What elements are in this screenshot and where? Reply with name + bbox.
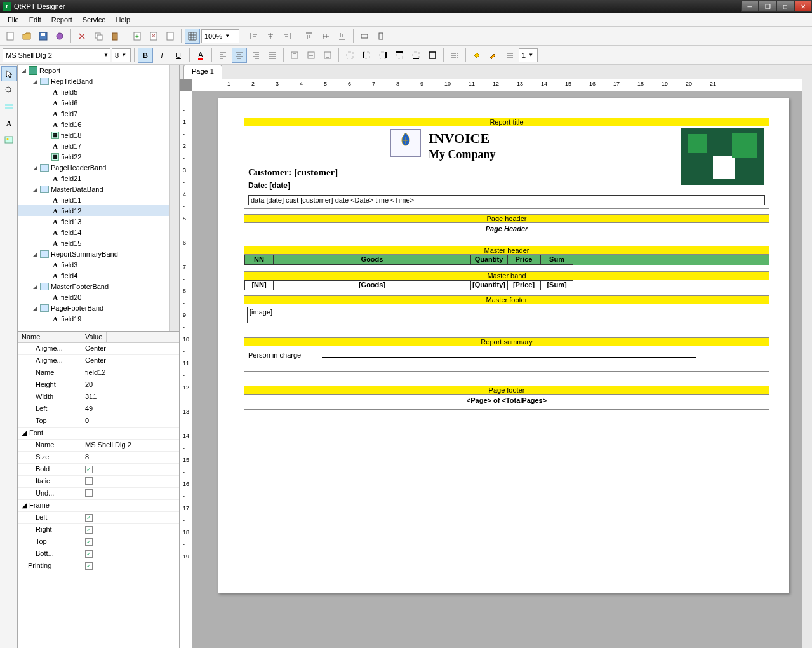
tree-item[interactable]: Afield21 <box>18 173 179 184</box>
zoom-tool[interactable] <box>1 83 17 98</box>
font-family-combo[interactable]: MS Shell Dlg 2▼ <box>3 48 110 62</box>
prop-row[interactable]: Height20 <box>18 379 179 391</box>
tree-scrollbar[interactable] <box>169 65 179 331</box>
band-page-header[interactable]: Page header Page Header <box>244 214 769 238</box>
minimize-button[interactable]: ─ <box>741 1 759 12</box>
zoom-combo[interactable]: 100%▼ <box>201 29 239 43</box>
menu-help[interactable]: Help <box>110 15 135 25</box>
col-price[interactable]: Price <box>507 255 540 265</box>
align-bottom-button[interactable] <box>335 29 350 44</box>
band-report-title[interactable]: Report title INVOICE My Company <box>244 118 769 209</box>
prop-row[interactable]: Top✓ <box>18 536 179 548</box>
prop-row[interactable]: Bott...✓ <box>18 548 179 560</box>
align-center-v-button[interactable] <box>318 29 333 44</box>
prop-row[interactable]: Left✓ <box>18 512 179 524</box>
prop-group-font[interactable]: ◢Font <box>18 428 179 440</box>
tree-item[interactable]: Afield14 <box>18 227 179 238</box>
tree-item[interactable]: ◢PageHeaderBand <box>18 162 179 173</box>
new-button[interactable] <box>3 29 18 44</box>
text-align-left-button[interactable] <box>215 48 230 63</box>
bold-button[interactable]: B <box>138 48 153 63</box>
date-field[interactable]: Date: [date] <box>248 181 290 190</box>
font-color-button[interactable]: A <box>193 48 208 63</box>
preview-button[interactable] <box>52 29 67 44</box>
prop-row[interactable]: Top0 <box>18 415 179 428</box>
prop-row[interactable]: Left49 <box>18 403 179 415</box>
cut-button[interactable] <box>74 29 90 44</box>
page-add-button[interactable]: + <box>130 29 145 44</box>
underline-button[interactable]: U <box>171 48 186 63</box>
col-nn[interactable]: NN <box>244 255 274 265</box>
prop-group-frame[interactable]: ◢Frame <box>18 500 179 512</box>
report-page[interactable]: Report title INVOICE My Company <box>218 98 789 593</box>
page-settings-button[interactable] <box>163 29 178 44</box>
band-report-summary[interactable]: Report summary Person in charge <box>244 337 769 372</box>
tree-item[interactable]: ▦field22 <box>18 151 179 162</box>
copy-button[interactable] <box>91 29 106 44</box>
valign-bottom-button[interactable] <box>320 48 335 63</box>
design-canvas[interactable]: Report title INVOICE My Company <box>192 91 802 648</box>
text-tool[interactable]: A <box>1 116 17 131</box>
save-button[interactable] <box>36 29 51 44</box>
tree-item[interactable]: Afield19 <box>18 313 179 324</box>
image-tool[interactable] <box>1 132 17 147</box>
flag-image[interactable] <box>390 129 421 157</box>
tree-item[interactable]: Afield15 <box>18 238 179 248</box>
prop-row[interactable]: NameMS Shell Dlg 2 <box>18 440 179 452</box>
band-master-data[interactable]: Master band [NN] [Goods] [Quantity] [Pri… <box>244 271 769 290</box>
border-none-button[interactable] <box>342 48 357 63</box>
prop-row[interactable]: Italic <box>18 476 179 488</box>
field-price[interactable]: [Price] <box>507 280 540 290</box>
same-height-button[interactable] <box>373 29 389 44</box>
text-align-center-button[interactable] <box>232 48 247 63</box>
grid-button[interactable] <box>185 29 200 44</box>
prop-row[interactable]: Size8 <box>18 452 179 464</box>
fill-color-button[interactable] <box>469 48 484 63</box>
menu-edit[interactable]: Edit <box>24 15 46 25</box>
valign-middle-button[interactable] <box>303 48 319 63</box>
tree-item[interactable]: Afield7 <box>18 108 179 119</box>
prop-row[interactable]: Printing✓ <box>18 560 179 572</box>
menu-report[interactable]: Report <box>46 15 77 25</box>
tree-item[interactable]: ▦field18 <box>18 130 179 140</box>
page-header-text[interactable]: Page Header <box>244 223 769 238</box>
customer-field[interactable]: Customer: [customer] <box>248 167 338 178</box>
tree-item[interactable]: Afield5 <box>18 86 179 97</box>
tree-item[interactable]: Afield11 <box>18 194 179 205</box>
col-sum[interactable]: Sum <box>540 255 573 265</box>
data-line-field[interactable]: data [date] cust [customer] date <Date> … <box>248 195 765 205</box>
font-size-combo[interactable]: 8▼ <box>112 48 131 62</box>
field-goods[interactable]: [Goods] <box>274 280 470 290</box>
text-align-justify-button[interactable] <box>265 48 280 63</box>
maximize-button[interactable]: □ <box>776 1 794 12</box>
signature-line[interactable] <box>322 357 696 358</box>
tree-item[interactable]: ◢PageFooterBand <box>18 302 179 313</box>
band-master-header[interactable]: Master header NN Goods Quantity Price Su… <box>244 246 769 265</box>
menu-service[interactable]: Service <box>77 15 111 25</box>
prop-row[interactable]: Und... <box>18 488 179 500</box>
tree-item[interactable]: ◢RepTitleBand <box>18 76 179 86</box>
same-width-button[interactable] <box>357 29 372 44</box>
tree-item[interactable]: Afield16 <box>18 119 179 130</box>
tree-item[interactable]: ◢MasterDataBand <box>18 184 179 194</box>
report-tree[interactable]: ◢Report◢RepTitleBandAfield5Afield6Afield… <box>18 65 179 332</box>
line-width-combo[interactable]: 1▼ <box>519 48 538 62</box>
border-bottom-button[interactable] <box>408 48 423 63</box>
prop-row[interactable]: Bold✓ <box>18 464 179 476</box>
band-master-footer[interactable]: Master footer [image] <box>244 295 769 327</box>
text-align-right-button[interactable] <box>248 48 263 63</box>
prop-row[interactable]: Right✓ <box>18 524 179 536</box>
page-tab-1[interactable]: Page 1 <box>183 65 222 79</box>
align-top-button[interactable] <box>302 29 317 44</box>
page-remove-button[interactable]: × <box>146 29 161 44</box>
border-left-button[interactable] <box>359 48 374 63</box>
band-page-footer[interactable]: Page footer <Page> of <TotalPages> <box>244 386 769 410</box>
close-button[interactable]: ✕ <box>794 1 812 12</box>
page-footer-text[interactable]: <Page> of <TotalPages> <box>244 395 769 410</box>
col-goods[interactable]: Goods <box>274 255 470 265</box>
border-style-button[interactable] <box>447 48 462 63</box>
border-all-button[interactable] <box>425 48 440 63</box>
band-tool[interactable] <box>1 99 17 114</box>
paste-button[interactable] <box>107 29 123 44</box>
menu-file[interactable]: File <box>3 15 24 25</box>
